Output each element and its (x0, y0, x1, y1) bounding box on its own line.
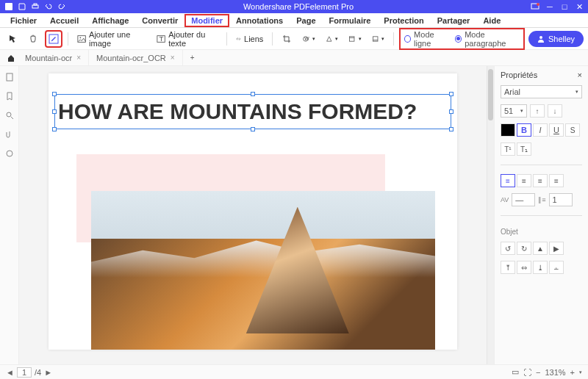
zoom-in-button[interactable]: + (570, 368, 575, 377)
add-text-button[interactable]: T Ajouter du texte (154, 31, 220, 47)
minimize-icon[interactable]: ─ (545, 2, 554, 11)
menu-annotations[interactable]: Annotations (230, 15, 289, 26)
properties-title: Propriétés (501, 71, 537, 79)
menu-formulaire[interactable]: Formulaire (323, 15, 377, 26)
mode-line-radio[interactable]: Mode ligne (404, 30, 448, 48)
zoom-out-button[interactable]: − (536, 368, 540, 377)
save-icon[interactable] (18, 2, 26, 11)
text-color-button[interactable] (501, 123, 515, 137)
superscript-button[interactable]: T¹ (501, 142, 515, 156)
menu-protection[interactable]: Protection (378, 15, 429, 26)
object-section-label: Objet (501, 228, 582, 236)
svg-rect-0 (5, 3, 12, 10)
fit-width-icon[interactable]: ⛶ (523, 368, 531, 377)
font-size-select[interactable]: 51▾ (501, 104, 527, 118)
divider (501, 215, 582, 216)
line-spacing-input[interactable]: 1 (549, 193, 573, 206)
bookmarks-icon[interactable] (4, 91, 15, 101)
menu-convertir[interactable]: Convertir (136, 15, 184, 26)
flip-v-button[interactable]: ▲ (533, 242, 548, 255)
edit-tool-button[interactable] (46, 31, 62, 47)
align-right-button[interactable]: ≡ (533, 174, 548, 187)
align-left-button[interactable]: ≡ (501, 174, 515, 187)
header-footer-button[interactable]: ▾ (345, 31, 365, 47)
obj-align-right-button[interactable]: ⤓ (533, 261, 548, 274)
maximize-icon[interactable]: □ (560, 2, 569, 11)
undo-icon[interactable] (44, 2, 53, 11)
mountain-photo (91, 191, 435, 350)
mode-paragraph-radio[interactable]: Mode paragraphe (455, 30, 520, 48)
menubar: Fichier Accueil Affichage Convertir Modi… (0, 13, 588, 28)
size-up-button[interactable]: ↑ (530, 104, 545, 118)
svg-point-16 (539, 36, 542, 39)
redo-icon[interactable] (57, 2, 66, 11)
underline-button[interactable]: U (549, 123, 564, 137)
rotate-ccw-button[interactable]: ↺ (501, 242, 515, 255)
page-prev-button[interactable]: ◄ (6, 368, 14, 377)
italic-button[interactable]: I (533, 123, 548, 137)
page-next-button[interactable]: ► (44, 368, 52, 377)
strike-button[interactable]: S (565, 123, 580, 137)
rotate-cw-button[interactable]: ↻ (517, 242, 531, 255)
watermark-button[interactable]: w▾ (299, 31, 318, 47)
menu-accueil[interactable]: Accueil (44, 15, 85, 26)
document-canvas[interactable]: HOW ARE MOUNTAINS FORMED? (19, 66, 487, 364)
text-selection-box[interactable]: HOW ARE MOUNTAINS FORMED? (54, 94, 451, 129)
size-down-button[interactable]: ↓ (548, 104, 562, 118)
svg-point-20 (7, 151, 12, 156)
page-current[interactable]: 1 (17, 367, 32, 378)
obj-distribute-button[interactable]: ⫠ (549, 261, 564, 274)
menu-page[interactable]: Page (290, 15, 321, 26)
close-icon[interactable]: ✕ (575, 2, 584, 11)
menu-partager[interactable]: Partager (431, 15, 476, 26)
print-icon[interactable] (31, 2, 40, 11)
vertical-scrollbar[interactable] (487, 66, 494, 364)
bold-button[interactable]: B (517, 123, 531, 137)
links-label: Liens (244, 35, 263, 43)
menu-affichage[interactable]: Affichage (86, 15, 135, 26)
scrollbar-thumb[interactable] (488, 69, 493, 120)
menu-modifier[interactable]: Modifier (185, 15, 229, 26)
fit-page-icon[interactable]: ▭ (512, 367, 519, 377)
app-title: Wondershare PDFelement Pro (66, 2, 531, 11)
hand-tool-button[interactable] (25, 31, 41, 47)
search-icon[interactable] (4, 110, 15, 120)
align-justify-button[interactable]: ≡ (549, 174, 564, 187)
menu-fichier[interactable]: Fichier (4, 15, 43, 26)
tab-close-icon[interactable]: × (76, 54, 81, 62)
align-center-button[interactable]: ≡ (517, 174, 531, 187)
menu-aide[interactable]: Aide (477, 15, 506, 26)
select-tool-button[interactable] (4, 31, 21, 47)
panel-close-icon[interactable]: × (578, 71, 582, 79)
left-rail (0, 66, 19, 364)
obj-align-center-button[interactable]: ⇔ (517, 261, 531, 274)
bates-button[interactable]: ▾ (369, 31, 388, 47)
tab-close-icon[interactable]: × (171, 54, 175, 62)
svg-line-19 (11, 117, 13, 119)
thumbnails-icon[interactable] (4, 72, 15, 82)
home-button[interactable] (4, 51, 18, 65)
doc-tab-1[interactable]: Mountain-ocr× (18, 50, 89, 66)
svg-text:w: w (304, 35, 309, 42)
add-image-label: Ajouter une image (89, 30, 146, 48)
toolbar: Ajouter une image T Ajouter du texte Lie… (0, 28, 588, 50)
doc-tab-2[interactable]: Mountain-ocr_OCR× (89, 50, 183, 66)
svg-point-18 (7, 112, 11, 117)
obj-align-left-button[interactable]: ⤒ (501, 261, 515, 274)
attachments-icon[interactable] (4, 129, 15, 140)
add-image-button[interactable]: Ajouter une image (74, 31, 149, 47)
notify-icon[interactable] (531, 2, 539, 11)
comments-icon[interactable] (4, 148, 15, 159)
zoom-dropdown-icon[interactable]: ▾ (579, 369, 582, 375)
char-spacing-label: AV (501, 196, 509, 203)
crop-tool-button[interactable] (279, 31, 295, 47)
links-button[interactable]: Liens (233, 31, 266, 47)
user-pill[interactable]: Shelley (528, 31, 584, 47)
background-button[interactable]: ▾ (323, 31, 342, 47)
subscript-button[interactable]: T₁ (517, 142, 531, 156)
flip-h-button[interactable]: ▶ (549, 242, 564, 255)
document-headline[interactable]: HOW ARE MOUNTAINS FORMED? (55, 95, 451, 129)
font-family-select[interactable]: Arial▾ (501, 85, 582, 98)
new-tab-button[interactable]: + (183, 50, 202, 66)
char-spacing-input[interactable]: — (512, 193, 535, 206)
